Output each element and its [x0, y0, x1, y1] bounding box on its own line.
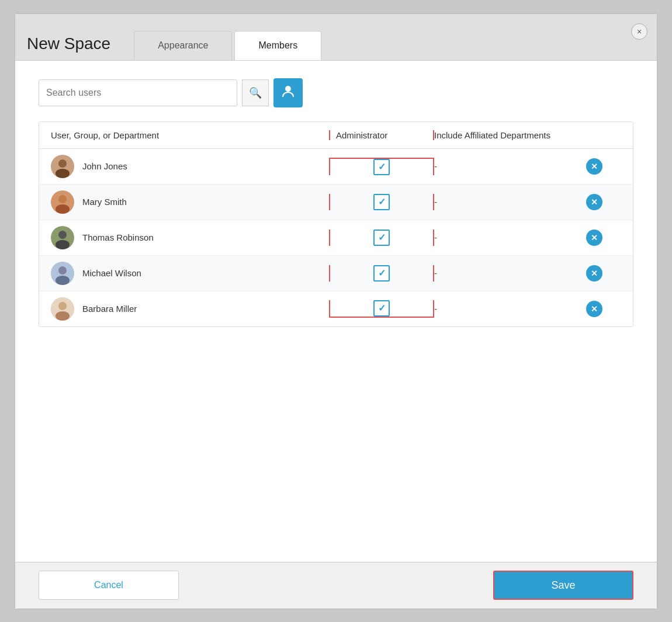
- admin-cell: ✓: [329, 230, 434, 246]
- close-icon: ✕: [591, 233, 598, 242]
- table-header-row: User, Group, or Department Administrator…: [39, 122, 633, 149]
- close-button[interactable]: ×: [631, 23, 647, 40]
- user-name: Michael Wilson: [82, 268, 141, 278]
- table-row: Mary Smith ✓ - ✕: [39, 185, 633, 220]
- admin-checkbox[interactable]: ✓: [373, 194, 390, 210]
- table-row: John Jones ✓ - ✕: [39, 149, 633, 185]
- avatar: [51, 297, 74, 321]
- cancel-button[interactable]: Cancel: [39, 571, 179, 600]
- table-row: Thomas Robinson ✓ - ✕: [39, 220, 633, 256]
- header-user: User, Group, or Department: [51, 130, 329, 140]
- user-cell: Michael Wilson: [51, 262, 329, 285]
- svg-point-5: [58, 195, 67, 203]
- table-row: Barbara Miller ✓ - ✕: [39, 291, 633, 326]
- admin-cell: ✓: [329, 300, 434, 318]
- remove-button[interactable]: ✕: [586, 158, 602, 175]
- svg-point-15: [56, 311, 70, 321]
- avatar: [51, 155, 74, 178]
- check-icon: ✓: [378, 267, 386, 279]
- header-admin: Administrator: [329, 130, 434, 140]
- remove-cell: ✕: [586, 265, 621, 282]
- admin-checkbox[interactable]: ✓: [373, 230, 390, 246]
- tabs: Appearance Members: [134, 14, 324, 60]
- close-icon: ✕: [591, 197, 598, 207]
- admin-cell: ✓: [329, 194, 434, 210]
- remove-button[interactable]: ✕: [586, 301, 602, 317]
- remove-button[interactable]: ✕: [586, 230, 602, 246]
- search-icon: 🔍: [249, 86, 262, 99]
- svg-point-3: [56, 169, 70, 178]
- remove-cell: ✕: [586, 301, 621, 317]
- user-cell: Thomas Robinson: [51, 226, 329, 249]
- user-cell: Mary Smith: [51, 190, 329, 214]
- close-icon: ✕: [591, 162, 598, 171]
- remove-cell: ✕: [586, 230, 621, 246]
- remove-cell: ✕: [586, 158, 621, 175]
- close-icon: ✕: [591, 304, 598, 314]
- admin-cell: ✓: [329, 265, 434, 282]
- admin-checkbox[interactable]: ✓: [373, 159, 390, 175]
- svg-point-8: [58, 231, 67, 239]
- save-button[interactable]: Save: [493, 571, 633, 600]
- tab-appearance[interactable]: Appearance: [134, 31, 232, 60]
- admin-cell: ✓: [329, 158, 434, 175]
- svg-point-9: [56, 240, 70, 249]
- table-row: Michael Wilson ✓ - ✕: [39, 256, 633, 291]
- dialog-header: New Space Appearance Members ×: [15, 14, 657, 61]
- affiliated-cell: -: [434, 197, 586, 207]
- svg-point-12: [56, 276, 70, 285]
- affiliated-cell: -: [434, 268, 586, 278]
- check-icon: ✓: [378, 196, 386, 207]
- search-input-wrap[interactable]: [39, 79, 237, 106]
- user-name: Barbara Miller: [82, 304, 137, 314]
- user-cell: Barbara Miller: [51, 297, 329, 321]
- dialog-title: New Space: [27, 34, 110, 60]
- affiliated-cell: -: [434, 161, 586, 171]
- user-cell: John Jones: [51, 155, 329, 178]
- dialog-footer: Cancel Save: [15, 562, 657, 609]
- admin-checkbox[interactable]: ✓: [373, 265, 390, 282]
- svg-point-11: [58, 266, 67, 274]
- members-table: User, Group, or Department Administrator…: [39, 121, 633, 327]
- search-button[interactable]: 🔍: [242, 79, 269, 106]
- search-input[interactable]: [46, 88, 230, 98]
- avatar: [51, 226, 74, 249]
- svg-point-0: [285, 86, 291, 92]
- dialog-content: 🔍 User, Group, or Department Administrat…: [15, 61, 657, 562]
- check-icon: ✓: [378, 232, 386, 243]
- avatar: [51, 190, 74, 214]
- svg-point-14: [58, 302, 67, 310]
- user-name: John Jones: [82, 161, 127, 171]
- header-actions: [586, 130, 621, 140]
- user-name: Mary Smith: [82, 197, 127, 207]
- add-user-icon: [280, 84, 296, 102]
- affiliated-cell: -: [434, 232, 586, 242]
- remove-button[interactable]: ✕: [586, 265, 602, 282]
- remove-cell: ✕: [586, 194, 621, 210]
- avatar: [51, 262, 74, 285]
- close-icon: ✕: [591, 269, 598, 278]
- tab-members[interactable]: Members: [234, 31, 321, 60]
- svg-point-6: [56, 204, 70, 214]
- affiliated-cell: -: [434, 304, 586, 314]
- svg-point-2: [58, 159, 67, 168]
- header-affiliated: Include Affiliated Departments: [434, 130, 586, 140]
- user-name: Thomas Robinson: [82, 232, 154, 242]
- admin-checkbox[interactable]: ✓: [373, 300, 390, 317]
- add-user-button[interactable]: [273, 78, 303, 107]
- check-icon: ✓: [378, 303, 386, 314]
- check-icon: ✓: [378, 161, 386, 172]
- search-bar: 🔍: [39, 78, 633, 107]
- dialog: New Space Appearance Members × 🔍: [15, 13, 657, 609]
- remove-button[interactable]: ✕: [586, 194, 602, 210]
